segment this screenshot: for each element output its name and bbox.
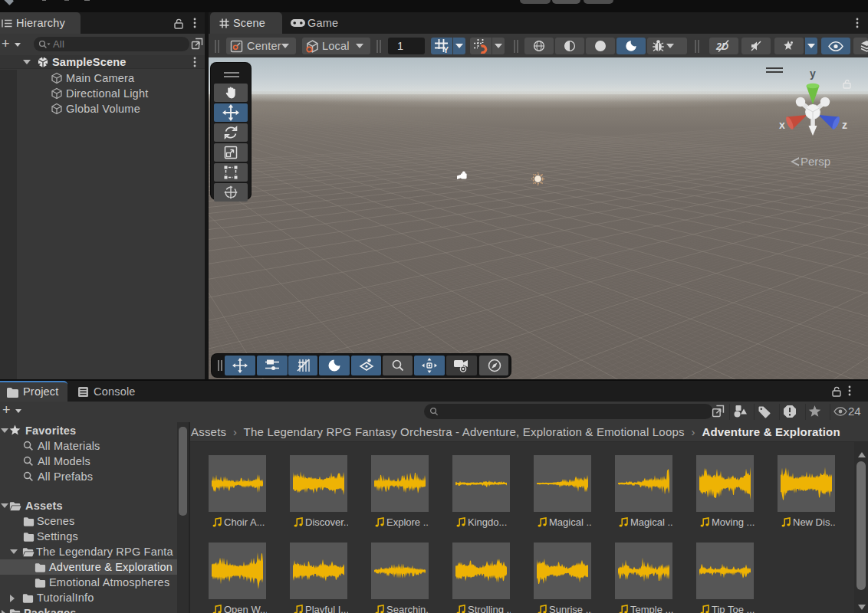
svg-text:Persp: Persp bbox=[801, 155, 830, 168]
svg-text:z: z bbox=[842, 119, 847, 131]
svg-text:y: y bbox=[810, 67, 816, 80]
svg-text:Y: Y bbox=[443, 45, 449, 54]
svg-text:x: x bbox=[779, 119, 785, 131]
